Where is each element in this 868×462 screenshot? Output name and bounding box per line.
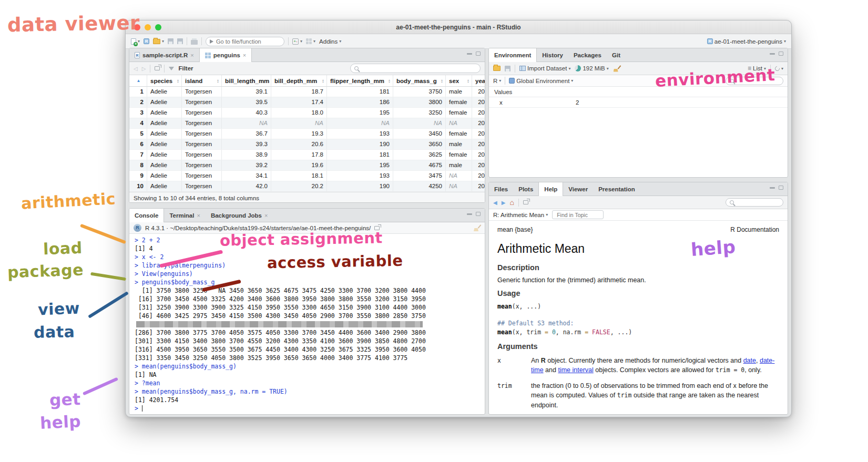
new-project-button[interactable]: R — [144, 38, 149, 44]
table-row[interactable]: 1AdelieTorgersen39.118.71813750male20 — [129, 87, 485, 97]
popout-icon[interactable] — [523, 200, 528, 204]
tab-background-jobs[interactable]: Background Jobs× — [206, 209, 273, 222]
version-control-button[interactable]: +-▾ — [292, 38, 302, 45]
filter-icon[interactable] — [169, 67, 174, 70]
sort-icon[interactable]: ▲▼ — [217, 79, 219, 83]
source-tab-bar: R sample-script.R × penguins × — [129, 48, 485, 62]
maximize-pane-icon[interactable] — [779, 186, 783, 190]
save-all-button[interactable] — [177, 38, 183, 44]
help-link[interactable]: date — [743, 357, 756, 364]
save-button[interactable] — [168, 38, 173, 44]
table-row[interactable]: 10AdelieTorgersen42.020.21904250NA20 — [129, 181, 485, 192]
table-row[interactable]: 4AdelieTorgersenNANANANANA20 — [129, 118, 485, 129]
clear-environment-broom-icon[interactable] — [613, 65, 620, 72]
tab-console[interactable]: Console — [129, 209, 164, 222]
tab-viewer[interactable]: Viewer — [563, 182, 593, 196]
refresh-button[interactable]: ▾ — [775, 66, 783, 71]
addins-button[interactable]: Addins▾ — [319, 38, 341, 45]
minimize-pane-icon[interactable] — [467, 53, 472, 55]
tab-terminal[interactable]: Terminal× — [164, 209, 206, 222]
clear-console-broom-icon[interactable] — [473, 224, 481, 231]
table-row[interactable]: 7AdelieTorgersen38.917.81813625female20 — [129, 150, 485, 160]
open-file-button[interactable]: ▾ — [153, 39, 164, 44]
sort-icon[interactable]: ▲▼ — [177, 79, 179, 83]
minimize-window-button[interactable] — [145, 24, 151, 30]
close-icon[interactable]: × — [197, 212, 200, 219]
help-search-input[interactable] — [737, 199, 779, 206]
maximize-pane-icon[interactable] — [476, 212, 481, 216]
table-row[interactable]: 3AdelieTorgersen40.318.01953250female20 — [129, 108, 485, 118]
sort-icon[interactable]: ▲▼ — [322, 79, 324, 83]
close-icon[interactable]: × — [190, 52, 193, 58]
doc-header-right: R Documentation — [730, 226, 779, 233]
memory-usage-button[interactable]: 192 MiB ▾ — [575, 65, 608, 71]
table-row[interactable]: 5AdelieTorgersen36.719.31933450female20 — [129, 129, 485, 139]
minimize-pane-icon[interactable] — [467, 213, 472, 215]
table-row[interactable]: 2AdelieTorgersen39.517.41863800female20 — [129, 97, 485, 108]
tab-history[interactable]: History — [537, 48, 568, 61]
window-title: ae-01-meet-the-penguins - main - RStudio — [126, 24, 791, 31]
column-header[interactable]: island▲▼ — [182, 75, 222, 86]
column-header[interactable]: bill_depth_mm▲▼ — [271, 75, 327, 86]
back-icon[interactable]: ◀ — [493, 200, 497, 206]
tab-penguins[interactable]: penguins × — [199, 48, 252, 62]
find-in-topic-input[interactable] — [557, 212, 599, 218]
column-header[interactable]: flipper_length_mm▲▼ — [327, 75, 393, 86]
zoom-window-button[interactable] — [155, 24, 161, 30]
column-header[interactable]: sex▲▼ — [446, 75, 472, 86]
load-workspace-icon[interactable] — [493, 66, 501, 71]
sort-icon[interactable]: ▲▼ — [388, 79, 391, 83]
r-language-selector[interactable]: R▾ — [493, 78, 501, 84]
project-selector[interactable]: R ae-01-meet-the-penguins ▾ — [707, 38, 786, 45]
data-search-input[interactable] — [361, 65, 476, 71]
column-header[interactable]: year — [472, 75, 485, 86]
workspace-panes-button[interactable]: ▾ — [306, 38, 315, 44]
table-row[interactable]: 8AdelieTorgersen39.219.61954675male20 — [129, 160, 485, 171]
tab-packages[interactable]: Packages — [568, 48, 607, 61]
sort-icon[interactable]: ▲▼ — [441, 79, 443, 83]
tab-files[interactable]: Files — [489, 182, 513, 196]
environment-value-row[interactable]: x2 — [489, 97, 788, 108]
maximize-pane-icon[interactable] — [476, 52, 481, 56]
global-environment-selector[interactable]: Global Environment ▾ — [509, 78, 573, 84]
maximize-pane-icon[interactable] — [779, 52, 783, 56]
home-icon[interactable]: ⌂ — [509, 199, 514, 206]
column-header[interactable]: bill_length_mm▲▼ — [222, 75, 271, 86]
tab-label: Help — [544, 186, 557, 192]
tab-environment[interactable]: Environment — [489, 48, 537, 62]
table-cell: Adelie — [147, 171, 182, 181]
table-row[interactable]: 6AdelieTorgersen39.320.61903650male20 — [129, 139, 485, 150]
back-icon[interactable]: ◁ — [134, 66, 138, 71]
find-in-topic-box[interactable] — [552, 210, 604, 219]
import-dataset-button[interactable]: Import Dataset ▾ — [519, 65, 570, 71]
close-icon[interactable]: × — [264, 212, 268, 219]
sort-icon[interactable]: ▲▼ — [467, 79, 469, 83]
forward-icon[interactable]: ▶ — [502, 200, 506, 206]
topic-selector[interactable]: R: Arithmetic Mean ▾ — [493, 212, 548, 218]
tab-plots[interactable]: Plots — [513, 182, 538, 196]
data-search-box[interactable] — [350, 64, 481, 73]
close-icon[interactable]: × — [243, 52, 246, 58]
forward-icon[interactable]: ▷ — [142, 66, 146, 71]
table-cell: Torgersen — [182, 171, 222, 181]
new-file-button[interactable]: +▾ — [131, 38, 140, 45]
tab-sample-script[interactable]: R sample-script.R × — [129, 48, 199, 61]
filter-label[interactable]: Filter — [178, 65, 193, 71]
tab-presentation[interactable]: Presentation — [593, 182, 640, 196]
goto-file-box[interactable] — [206, 37, 284, 46]
help-search-box[interactable] — [726, 198, 783, 207]
table-row[interactable]: 9AdelieTorgersen34.118.11933475NA20 — [129, 171, 485, 181]
popout-icon[interactable] — [155, 66, 160, 70]
column-header[interactable]: body_mass_g▲▼ — [393, 75, 446, 86]
minimize-pane-icon[interactable] — [770, 187, 775, 189]
tab-help[interactable]: Help — [538, 182, 563, 196]
column-header[interactable]: species▲▼ — [147, 75, 182, 86]
goto-file-input[interactable] — [216, 38, 280, 45]
tab-git[interactable]: Git — [607, 48, 626, 61]
sort-asc-icon[interactable]: ▲ — [137, 78, 141, 83]
save-workspace-icon[interactable] — [505, 66, 510, 71]
help-link[interactable]: time interval — [558, 366, 593, 374]
minimize-pane-icon[interactable] — [770, 53, 775, 55]
refresh-icon — [774, 65, 781, 72]
print-button[interactable] — [191, 38, 198, 45]
